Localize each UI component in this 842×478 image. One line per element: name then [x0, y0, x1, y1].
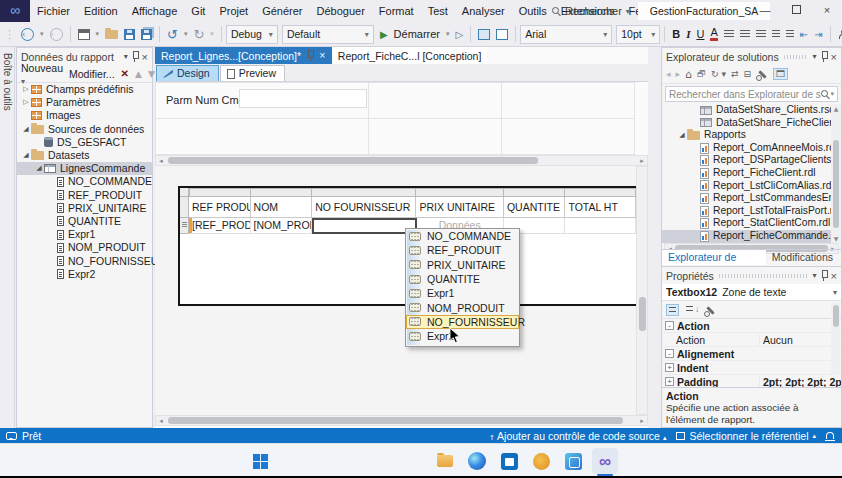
menu-item-edition[interactable]: Edition — [77, 5, 125, 17]
field-menu-item-expr2[interactable]: Expr2 — [406, 329, 519, 343]
menu-item-affichage[interactable]: Affichage — [125, 5, 185, 17]
undo-icon[interactable]: ↺ — [167, 27, 178, 42]
header-cell-no-fournisseur[interactable]: NO FOURNISSEUR — [312, 197, 416, 218]
font-name-dropdown[interactable]: Arial▾ — [520, 25, 612, 44]
solution-search-box[interactable]: Rechercher dans Explorateur de solutions… — [665, 86, 838, 102]
scroll-right-icon[interactable]: ▸ — [637, 417, 647, 425]
increase-indent-icon[interactable]: ⇥ — [814, 29, 822, 40]
restore-button[interactable] — [781, 0, 811, 22]
header-cell-nom[interactable]: NOM — [251, 197, 313, 218]
store-icon[interactable] — [496, 448, 522, 474]
tree-item-prix-unitaire[interactable]: PRIX_UNITAIRE — [17, 202, 152, 215]
navigate-back-icon[interactable]: ‹ — [21, 28, 34, 41]
parameter-grid-cell[interactable] — [501, 82, 635, 119]
scroll-right-icon[interactable]: ▸ — [637, 157, 647, 165]
window-position-icon[interactable]: ▾ — [813, 52, 817, 61]
pin-icon[interactable] — [820, 270, 828, 281]
refresh-icon[interactable]: ↻ ▾ — [711, 69, 726, 79]
tree-item-datasets[interactable]: ◢Datasets — [17, 149, 152, 162]
properties-wrench-icon[interactable] — [756, 68, 768, 80]
start-button[interactable] — [247, 448, 273, 474]
field-menu-item-expr1[interactable]: Expr1 — [406, 286, 519, 300]
close-panel-icon[interactable]: × — [831, 51, 837, 63]
sync-icon[interactable]: ⇄ — [731, 69, 739, 79]
scroll-left-icon[interactable]: ◂ — [156, 157, 166, 165]
attach-icon[interactable] — [478, 29, 490, 40]
solution-item-report-ficheclient-rdl[interactable]: Report_FicheClient.rdl — [662, 167, 841, 180]
menu-item-projet[interactable]: Projet — [212, 5, 255, 17]
collapse-all-icon[interactable]: ⊟ — [744, 69, 752, 79]
tree-item-expr1[interactable]: Expr1 — [17, 228, 152, 241]
menu-item-format[interactable]: Format — [372, 5, 421, 17]
notifications-bell-icon[interactable] — [826, 432, 834, 439]
font-size-dropdown[interactable]: 10pt▾ — [616, 25, 660, 44]
parameter-grid-cell[interactable] — [155, 118, 369, 155]
photos-app-icon[interactable] — [560, 448, 586, 474]
expander-expand-icon[interactable]: + — [665, 377, 674, 386]
delete-icon[interactable]: ✕ — [121, 68, 129, 79]
field-menu-item-ref-produit[interactable]: REF_PRODUIT — [406, 243, 519, 257]
titlebar-search[interactable]: Rechercher ▾ — [552, 0, 630, 22]
toolbox-tab[interactable]: Boîte à outils — [0, 47, 15, 428]
row-handle[interactable] — [180, 218, 189, 234]
tree-item-lignescommande[interactable]: ◢LignesCommande — [17, 162, 152, 175]
solution-item-report-dspartageclients-rdl[interactable]: Report_DSPartageClients.rdl — [662, 154, 841, 167]
column-handle[interactable] — [312, 188, 416, 197]
property-row-action[interactable]: ActionAucun — [662, 333, 841, 347]
column-handle[interactable] — [504, 188, 566, 197]
italic-button[interactable]: I — [686, 28, 690, 40]
start-without-debug-icon[interactable]: ▷ — [456, 29, 464, 40]
expander-icon[interactable]: ◢ — [677, 129, 687, 142]
scroll-left-icon[interactable]: ◂ — [156, 417, 166, 425]
font-color-button[interactable]: A — [710, 27, 717, 41]
window-position-icon[interactable]: ▾ — [813, 271, 817, 280]
property-value[interactable]: Aucun — [759, 334, 841, 346]
column-handle[interactable] — [189, 188, 251, 197]
solution-item-report-lsttotalfraisport-rdl[interactable]: Report_LstTotalFraisPort.rdl — [662, 205, 841, 218]
underline-button[interactable]: U — [696, 28, 704, 40]
visual-studio-taskbar-icon[interactable]: ∞ — [592, 448, 618, 474]
edge-browser-icon[interactable] — [464, 448, 490, 474]
expander-icon[interactable]: ▷ — [21, 96, 31, 109]
parameters-hscrollbar[interactable]: ◂ ▸ — [155, 155, 648, 166]
parameter-grid-cell[interactable] — [501, 118, 635, 155]
data-cell-5[interactable] — [565, 218, 636, 234]
solution-vscrollbar[interactable]: ▲ ▼ — [831, 104, 841, 243]
new-project-icon[interactable] — [78, 29, 90, 40]
header-cell-total-ht[interactable]: TOTAL HT — [565, 197, 636, 218]
expander-icon[interactable]: ◢ — [34, 162, 44, 175]
table-corner-handle[interactable] — [180, 188, 189, 197]
mail-app-icon[interactable] — [528, 448, 554, 474]
header-cell-ref-produit[interactable]: REF PRODUIT — [189, 197, 251, 218]
minimize-button[interactable]: — — [750, 0, 780, 22]
tree-item-parametres[interactable]: ▷Paramètres — [17, 96, 152, 109]
feedback-icon[interactable] — [6, 432, 17, 440]
tree-item-sources-de-donnees[interactable]: ◢Sources de données — [17, 123, 152, 136]
menu-item-git[interactable]: Git — [184, 5, 212, 17]
align-left-icon[interactable] — [724, 30, 734, 38]
save-all-icon[interactable] — [141, 29, 152, 40]
parameter-grid-cell[interactable] — [368, 118, 502, 155]
tree-item-no-fournisseur[interactable]: NO_FOURNISSEUR — [17, 254, 152, 267]
dock-tab-explorateur-de-solutions[interactable]: Explorateur de solutions — [662, 250, 766, 265]
scroll-thumb[interactable] — [833, 140, 839, 228]
design-hscrollbar[interactable]: ◂ ▸ — [155, 415, 648, 426]
new-menu-button[interactable]: Nouveau ▾ — [21, 62, 63, 86]
close-tab-icon[interactable]: × — [319, 48, 326, 64]
expander-icon[interactable]: ▷ — [21, 83, 31, 96]
data-cell-2[interactable] — [312, 218, 416, 234]
parameter-value-box[interactable] — [239, 89, 367, 108]
start-debug-label[interactable]: Démarrer — [394, 28, 440, 40]
data-cell-1[interactable]: [NOM_PRODUIT — [251, 218, 313, 234]
column-handle[interactable] — [251, 188, 313, 197]
live-share-icon[interactable] — [838, 29, 842, 39]
alphabetical-sort-icon[interactable] — [685, 304, 698, 316]
bold-button[interactable]: B — [672, 28, 680, 40]
scroll-up-icon[interactable]: ▲ — [832, 105, 840, 112]
scroll-thumb[interactable] — [168, 157, 538, 164]
close-panel-icon[interactable]: × — [142, 51, 148, 63]
menu-item-generer[interactable]: Générer — [255, 5, 309, 17]
solution-config-dropdown[interactable]: Debug▾ — [226, 25, 278, 44]
menu-item-deboguer[interactable]: Déboguer — [310, 5, 372, 17]
pin-icon[interactable] — [306, 50, 314, 61]
